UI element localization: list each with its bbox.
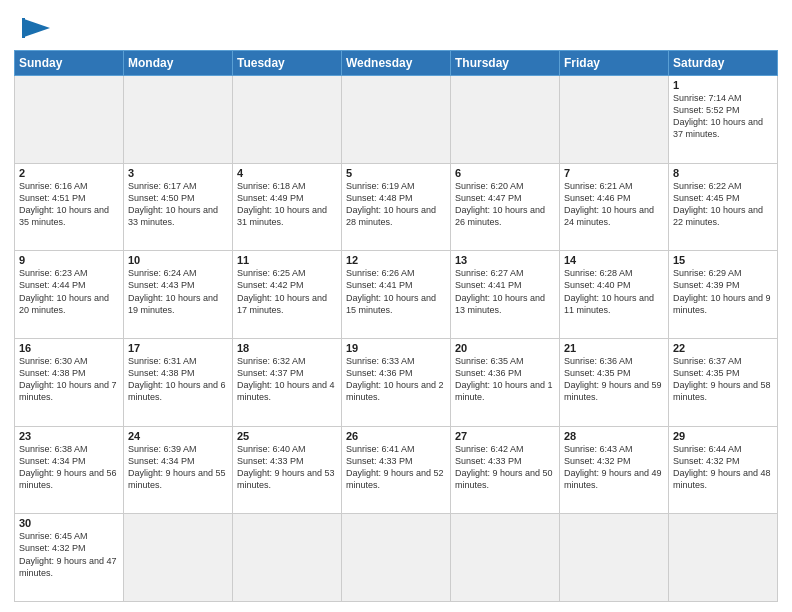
day-number: 27: [455, 430, 555, 442]
day-info: Sunrise: 6:40 AM Sunset: 4:33 PM Dayligh…: [237, 443, 337, 492]
day-info: Sunrise: 6:20 AM Sunset: 4:47 PM Dayligh…: [455, 180, 555, 229]
day-info: Sunrise: 6:19 AM Sunset: 4:48 PM Dayligh…: [346, 180, 446, 229]
svg-marker-0: [24, 19, 50, 37]
day-info: Sunrise: 6:28 AM Sunset: 4:40 PM Dayligh…: [564, 267, 664, 316]
day-info: Sunrise: 6:38 AM Sunset: 4:34 PM Dayligh…: [19, 443, 119, 492]
calendar-day: 19Sunrise: 6:33 AM Sunset: 4:36 PM Dayli…: [342, 338, 451, 426]
day-info: Sunrise: 6:37 AM Sunset: 4:35 PM Dayligh…: [673, 355, 773, 404]
day-info: Sunrise: 6:39 AM Sunset: 4:34 PM Dayligh…: [128, 443, 228, 492]
day-number: 2: [19, 167, 119, 179]
calendar-day: 22Sunrise: 6:37 AM Sunset: 4:35 PM Dayli…: [669, 338, 778, 426]
col-tuesday: Tuesday: [233, 51, 342, 76]
header: [14, 10, 778, 44]
day-number: 26: [346, 430, 446, 442]
day-info: Sunrise: 6:22 AM Sunset: 4:45 PM Dayligh…: [673, 180, 773, 229]
day-info: Sunrise: 6:29 AM Sunset: 4:39 PM Dayligh…: [673, 267, 773, 316]
day-number: 24: [128, 430, 228, 442]
calendar-header: Sunday Monday Tuesday Wednesday Thursday…: [15, 51, 778, 76]
day-info: Sunrise: 6:41 AM Sunset: 4:33 PM Dayligh…: [346, 443, 446, 492]
col-saturday: Saturday: [669, 51, 778, 76]
header-row: Sunday Monday Tuesday Wednesday Thursday…: [15, 51, 778, 76]
day-info: Sunrise: 6:42 AM Sunset: 4:33 PM Dayligh…: [455, 443, 555, 492]
col-sunday: Sunday: [15, 51, 124, 76]
calendar-day: [560, 514, 669, 602]
day-info: Sunrise: 6:27 AM Sunset: 4:41 PM Dayligh…: [455, 267, 555, 316]
calendar-week-3: 16Sunrise: 6:30 AM Sunset: 4:38 PM Dayli…: [15, 338, 778, 426]
calendar-day: 14Sunrise: 6:28 AM Sunset: 4:40 PM Dayli…: [560, 251, 669, 339]
col-thursday: Thursday: [451, 51, 560, 76]
day-number: 1: [673, 79, 773, 91]
calendar-day: [124, 76, 233, 164]
day-number: 16: [19, 342, 119, 354]
calendar-day: [342, 514, 451, 602]
calendar-day: 9Sunrise: 6:23 AM Sunset: 4:44 PM Daylig…: [15, 251, 124, 339]
day-number: 14: [564, 254, 664, 266]
day-info: Sunrise: 6:31 AM Sunset: 4:38 PM Dayligh…: [128, 355, 228, 404]
day-number: 28: [564, 430, 664, 442]
day-info: Sunrise: 6:25 AM Sunset: 4:42 PM Dayligh…: [237, 267, 337, 316]
day-info: Sunrise: 6:36 AM Sunset: 4:35 PM Dayligh…: [564, 355, 664, 404]
calendar-day: 28Sunrise: 6:43 AM Sunset: 4:32 PM Dayli…: [560, 426, 669, 514]
calendar-week-5: 30Sunrise: 6:45 AM Sunset: 4:32 PM Dayli…: [15, 514, 778, 602]
day-number: 9: [19, 254, 119, 266]
day-info: Sunrise: 6:26 AM Sunset: 4:41 PM Dayligh…: [346, 267, 446, 316]
calendar-day: [233, 514, 342, 602]
calendar-body: 1Sunrise: 7:14 AM Sunset: 5:52 PM Daylig…: [15, 76, 778, 602]
calendar-day: 6Sunrise: 6:20 AM Sunset: 4:47 PM Daylig…: [451, 163, 560, 251]
calendar-week-2: 9Sunrise: 6:23 AM Sunset: 4:44 PM Daylig…: [15, 251, 778, 339]
calendar-day: 11Sunrise: 6:25 AM Sunset: 4:42 PM Dayli…: [233, 251, 342, 339]
day-number: 3: [128, 167, 228, 179]
calendar-day: [451, 514, 560, 602]
day-info: Sunrise: 6:17 AM Sunset: 4:50 PM Dayligh…: [128, 180, 228, 229]
calendar-day: 4Sunrise: 6:18 AM Sunset: 4:49 PM Daylig…: [233, 163, 342, 251]
calendar-day: [451, 76, 560, 164]
col-wednesday: Wednesday: [342, 51, 451, 76]
calendar-day: 17Sunrise: 6:31 AM Sunset: 4:38 PM Dayli…: [124, 338, 233, 426]
day-info: Sunrise: 6:35 AM Sunset: 4:36 PM Dayligh…: [455, 355, 555, 404]
calendar-day: [342, 76, 451, 164]
day-number: 5: [346, 167, 446, 179]
day-info: Sunrise: 6:45 AM Sunset: 4:32 PM Dayligh…: [19, 530, 119, 579]
day-info: Sunrise: 6:33 AM Sunset: 4:36 PM Dayligh…: [346, 355, 446, 404]
calendar-day: 8Sunrise: 6:22 AM Sunset: 4:45 PM Daylig…: [669, 163, 778, 251]
calendar-day: [233, 76, 342, 164]
calendar-day: [669, 514, 778, 602]
calendar-day: 12Sunrise: 6:26 AM Sunset: 4:41 PM Dayli…: [342, 251, 451, 339]
day-number: 29: [673, 430, 773, 442]
calendar-week-0: 1Sunrise: 7:14 AM Sunset: 5:52 PM Daylig…: [15, 76, 778, 164]
calendar-day: 24Sunrise: 6:39 AM Sunset: 4:34 PM Dayli…: [124, 426, 233, 514]
day-number: 23: [19, 430, 119, 442]
calendar-table: Sunday Monday Tuesday Wednesday Thursday…: [14, 50, 778, 602]
day-number: 4: [237, 167, 337, 179]
day-number: 11: [237, 254, 337, 266]
calendar-page: Sunday Monday Tuesday Wednesday Thursday…: [0, 0, 792, 612]
day-number: 15: [673, 254, 773, 266]
logo-icon: [14, 14, 54, 44]
calendar-day: 25Sunrise: 6:40 AM Sunset: 4:33 PM Dayli…: [233, 426, 342, 514]
calendar-day: 3Sunrise: 6:17 AM Sunset: 4:50 PM Daylig…: [124, 163, 233, 251]
day-number: 6: [455, 167, 555, 179]
calendar-week-4: 23Sunrise: 6:38 AM Sunset: 4:34 PM Dayli…: [15, 426, 778, 514]
day-number: 18: [237, 342, 337, 354]
calendar-day: 15Sunrise: 6:29 AM Sunset: 4:39 PM Dayli…: [669, 251, 778, 339]
day-number: 25: [237, 430, 337, 442]
calendar-day: 5Sunrise: 6:19 AM Sunset: 4:48 PM Daylig…: [342, 163, 451, 251]
calendar-day: 27Sunrise: 6:42 AM Sunset: 4:33 PM Dayli…: [451, 426, 560, 514]
day-number: 22: [673, 342, 773, 354]
day-number: 19: [346, 342, 446, 354]
day-number: 7: [564, 167, 664, 179]
col-friday: Friday: [560, 51, 669, 76]
calendar-day: 26Sunrise: 6:41 AM Sunset: 4:33 PM Dayli…: [342, 426, 451, 514]
calendar-day: 23Sunrise: 6:38 AM Sunset: 4:34 PM Dayli…: [15, 426, 124, 514]
svg-rect-1: [22, 18, 25, 38]
logo: [14, 10, 58, 44]
calendar-day: [15, 76, 124, 164]
day-info: Sunrise: 6:24 AM Sunset: 4:43 PM Dayligh…: [128, 267, 228, 316]
calendar-day: 13Sunrise: 6:27 AM Sunset: 4:41 PM Dayli…: [451, 251, 560, 339]
day-number: 8: [673, 167, 773, 179]
day-info: Sunrise: 6:30 AM Sunset: 4:38 PM Dayligh…: [19, 355, 119, 404]
day-info: Sunrise: 7:14 AM Sunset: 5:52 PM Dayligh…: [673, 92, 773, 141]
day-info: Sunrise: 6:44 AM Sunset: 4:32 PM Dayligh…: [673, 443, 773, 492]
calendar-day: 29Sunrise: 6:44 AM Sunset: 4:32 PM Dayli…: [669, 426, 778, 514]
day-info: Sunrise: 6:23 AM Sunset: 4:44 PM Dayligh…: [19, 267, 119, 316]
